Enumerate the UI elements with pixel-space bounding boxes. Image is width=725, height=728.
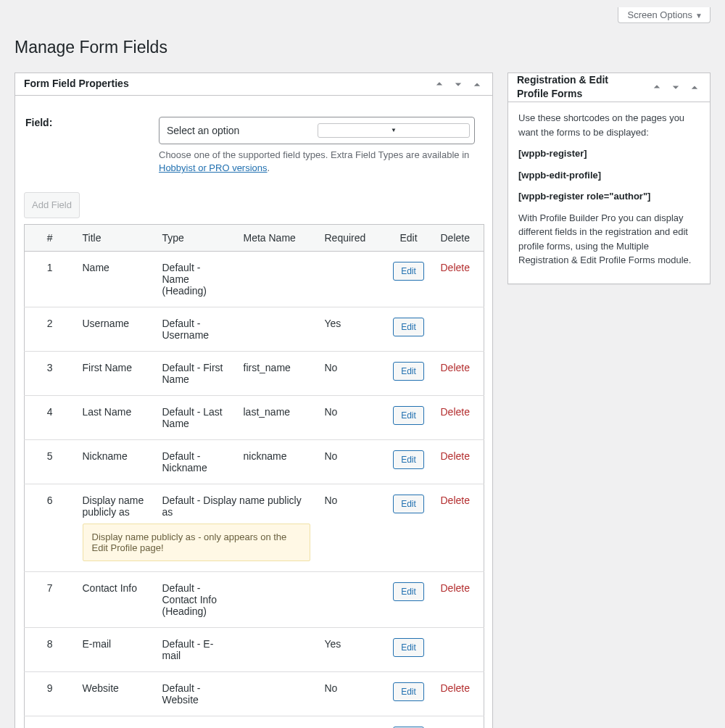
fields-table: # Title Type Meta Name Required Edit Del…: [24, 224, 484, 728]
row-meta: last_name: [236, 396, 318, 440]
row-title: Last Name: [75, 396, 155, 440]
row-meta: nickname: [236, 440, 318, 484]
row-title: Name: [75, 252, 155, 307]
col-edit: Edit: [384, 225, 434, 252]
row-number: 3: [25, 352, 75, 396]
row-type: Default - Last Name: [155, 396, 236, 440]
form-field-properties-panel: Form Field Properties Field: Select an o…: [14, 73, 493, 728]
row-type: Default - First Name: [155, 352, 236, 396]
row-required: No: [318, 484, 384, 572]
delete-link[interactable]: Delete: [441, 682, 470, 694]
row-title-type: Display name publicly asDefault - Displa…: [75, 484, 318, 572]
chevron-down-icon: [318, 123, 470, 138]
edit-button[interactable]: Edit: [393, 406, 424, 425]
panel-title: Form Field Properties: [15, 77, 430, 91]
col-number: #: [25, 225, 75, 252]
row-required: No: [318, 396, 384, 440]
row-number: 2: [25, 307, 75, 352]
row-number: 1: [25, 252, 75, 307]
table-row: 8E-mailDefault - E-mailYesEdit: [25, 628, 484, 672]
row-required: [318, 716, 384, 728]
table-row: 7Contact InfoDefault - Contact Info (Hea…: [25, 572, 484, 628]
move-down-icon[interactable]: [666, 76, 685, 98]
row-title: First Name: [75, 352, 155, 396]
select-placeholder: Select an option: [167, 125, 318, 136]
row-number: 6: [25, 484, 75, 572]
edit-button[interactable]: Edit: [393, 682, 424, 701]
row-number: 10: [25, 716, 75, 728]
move-up-icon[interactable]: [647, 76, 666, 98]
row-number: 9: [25, 672, 75, 716]
row-required: Yes: [318, 307, 384, 352]
add-field-button: Add Field: [24, 192, 80, 218]
delete-link[interactable]: Delete: [441, 582, 470, 594]
col-required: Required: [318, 225, 384, 252]
move-up-icon[interactable]: [430, 73, 449, 95]
row-title: About Yourself: [75, 716, 155, 728]
side-desc-text: With Profile Builder Pro you can display…: [518, 211, 700, 268]
delete-link[interactable]: Delete: [441, 495, 470, 506]
col-type: Type: [155, 225, 236, 252]
row-type: Default - Nickname: [155, 440, 236, 484]
row-number: 5: [25, 440, 75, 484]
edit-button[interactable]: Edit: [393, 362, 424, 381]
col-title: Title: [75, 225, 155, 252]
screen-options-button[interactable]: Screen Options: [618, 7, 710, 23]
versions-link[interactable]: Hobbyist or PRO versions: [159, 162, 268, 173]
table-row: 5NicknameDefault - NicknamenicknameNoEdi…: [25, 440, 484, 484]
row-title: Nickname: [75, 440, 155, 484]
delete-link[interactable]: Delete: [441, 406, 470, 418]
page-title: Manage Form Fields: [14, 30, 710, 62]
table-row: 1NameDefault - Name (Heading)EditDelete: [25, 252, 484, 307]
col-meta: Meta Name: [236, 225, 318, 252]
edit-button[interactable]: Edit: [393, 638, 424, 657]
delete-link[interactable]: Delete: [441, 262, 470, 273]
delete-link[interactable]: Delete: [441, 450, 470, 462]
side-intro-text: Use these shortcodes on the pages you wa…: [518, 111, 700, 139]
row-required: Yes: [318, 628, 384, 672]
row-meta: [236, 628, 318, 672]
row-type: Default - Username: [155, 307, 236, 352]
row-required: No: [318, 352, 384, 396]
toggle-panel-icon[interactable]: [468, 73, 486, 95]
table-row: 10About YourselfDefault - About Yourself…: [25, 716, 484, 728]
table-row: 4Last NameDefault - Last Namelast_nameNo…: [25, 396, 484, 440]
row-type: Default - Contact Info (Heading): [155, 572, 236, 628]
shortcode-text: [wppb-register role="author"]: [518, 189, 700, 204]
table-row: 9WebsiteDefault - WebsiteNoEditDelete: [25, 672, 484, 716]
row-required: No: [318, 440, 384, 484]
row-meta: [236, 572, 318, 628]
row-type: Default - Website: [155, 672, 236, 716]
row-meta: [236, 672, 318, 716]
table-row: 2UsernameDefault - UsernameYesEdit: [25, 307, 484, 352]
row-title: Contact Info: [75, 572, 155, 628]
field-label: Field:: [25, 106, 157, 182]
row-meta: [236, 252, 318, 307]
table-row: 6Display name publicly asDefault - Displ…: [25, 484, 484, 572]
edit-button[interactable]: Edit: [393, 262, 424, 281]
side-panel-title: Registration & Edit Profile Forms: [508, 73, 647, 102]
edit-button[interactable]: Edit: [393, 318, 424, 336]
row-meta: [236, 307, 318, 352]
edit-button[interactable]: Edit: [393, 450, 424, 469]
row-title: Username: [75, 307, 155, 352]
row-title: Website: [75, 672, 155, 716]
row-number: 8: [25, 628, 75, 672]
row-number: 4: [25, 396, 75, 440]
row-number: 7: [25, 572, 75, 628]
field-type-select[interactable]: Select an option: [159, 117, 475, 144]
row-required: [318, 572, 384, 628]
shortcode-text: [wppb-edit-profile]: [518, 168, 700, 183]
row-meta: [236, 716, 318, 728]
col-delete: Delete: [434, 225, 484, 252]
delete-link[interactable]: Delete: [441, 362, 470, 373]
toggle-panel-icon[interactable]: [685, 76, 704, 98]
row-meta: first_name: [236, 352, 318, 396]
edit-button[interactable]: Edit: [393, 582, 424, 601]
edit-button[interactable]: Edit: [393, 495, 424, 513]
row-required: No: [318, 672, 384, 716]
table-row: 3First NameDefault - First Namefirst_nam…: [25, 352, 484, 396]
registration-forms-panel: Registration & Edit Profile Forms Use th…: [508, 73, 710, 284]
move-down-icon[interactable]: [449, 73, 468, 95]
field-help-text: Choose one of the supported field types.…: [159, 149, 475, 175]
